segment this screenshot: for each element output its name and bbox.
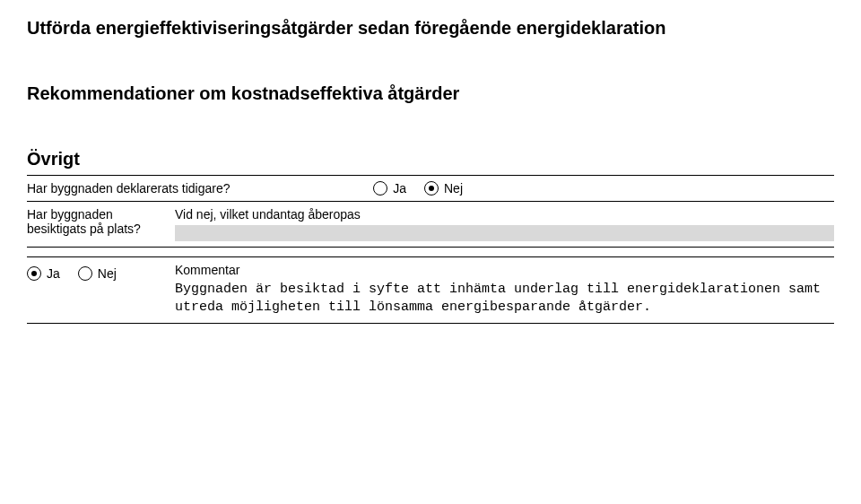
question-row-declared-before: Har byggnaden deklarerats tidigare? Ja N… — [27, 175, 834, 201]
radio-declared-no[interactable] — [424, 181, 439, 196]
heading-other: Övrigt — [27, 149, 834, 169]
radio-label-comment-yes: Ja — [47, 266, 60, 281]
radio-label-comment-no: Nej — [98, 266, 117, 281]
comment-text: Byggnaden är besiktad i syfte att inhämt… — [175, 281, 834, 317]
label-inspected: Har byggnaden besiktigats på plats? — [27, 207, 175, 236]
heading-performed-actions: Utförda energieffektiviseringsåtgärder s… — [27, 18, 834, 39]
question-row-comment: Ja Nej Kommentar Byggnaden är besiktad i… — [27, 256, 834, 324]
heading-recommendations: Rekommendationer om kostnadseffektiva åt… — [27, 83, 834, 104]
radio-label-no: Nej — [444, 181, 463, 196]
radio-dot-icon — [31, 271, 37, 276]
radio-label-yes: Ja — [393, 181, 406, 196]
radio-comment-no[interactable] — [78, 266, 92, 281]
label-exception: Vid nej, vilket undantag åberopas — [175, 207, 834, 222]
exception-input[interactable] — [175, 225, 834, 241]
label-comment: Kommentar — [175, 263, 834, 277]
radio-dot-icon — [429, 186, 434, 191]
question-row-inspected: Har byggnaden besiktigats på plats? Vid … — [27, 201, 834, 248]
radio-comment-yes[interactable] — [27, 266, 41, 281]
radio-declared-yes[interactable] — [373, 181, 387, 196]
label-declared-before: Har byggnaden deklarerats tidigare? — [27, 181, 230, 196]
